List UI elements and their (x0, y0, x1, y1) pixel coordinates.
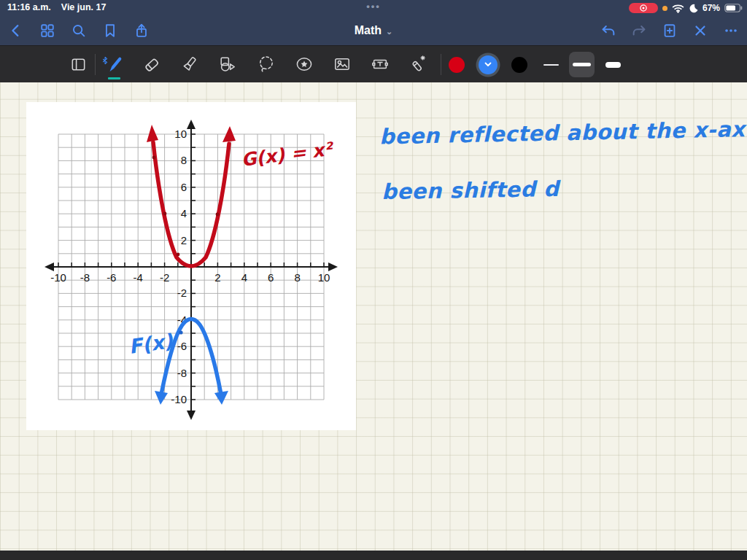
shapes-icon (218, 55, 237, 74)
graph-axes (44, 120, 338, 420)
status-bar: 11:16 a.m. Vie jun. 17 ••• (0, 0, 747, 16)
color-swatch-black[interactable] (511, 57, 527, 73)
color-swatch-red[interactable] (449, 57, 465, 73)
location-dot-icon (662, 6, 667, 11)
svg-text:-2: -2 (160, 271, 169, 284)
page-panel-icon (69, 55, 88, 74)
lasso-tool-button[interactable] (257, 55, 276, 74)
pen-bluetooth-icon (102, 56, 108, 65)
svg-text:-6: -6 (107, 271, 116, 284)
do-not-disturb-moon-icon (689, 4, 698, 13)
more-button[interactable] (722, 22, 740, 39)
wifi-icon (672, 4, 684, 13)
curve-G-left-arrow (147, 125, 158, 142)
svg-text:4: 4 (241, 271, 247, 284)
svg-text:-2: -2 (177, 287, 187, 299)
page-panel-button[interactable] (69, 55, 88, 74)
laser-pointer-icon (409, 55, 427, 74)
undo-icon (600, 23, 616, 39)
lasso-icon (257, 55, 276, 74)
eraser-icon (142, 55, 161, 74)
svg-text:-4: -4 (133, 271, 143, 284)
curve-F-right-arrow (214, 391, 228, 405)
redo-button[interactable] (630, 22, 648, 39)
svg-text:10: 10 (174, 128, 187, 140)
app-screen: 11:16 a.m. Vie jun. 17 ••• (0, 0, 747, 560)
stroke-size-medium[interactable] (573, 63, 591, 66)
eraser-tool-button[interactable] (142, 55, 161, 74)
close-button[interactable] (692, 22, 709, 39)
redo-icon (631, 23, 647, 39)
battery-icon (724, 4, 743, 12)
svg-text:4: 4 (181, 207, 187, 219)
pasted-graph-image[interactable]: -10-8-6-4-2246810-10-8-6-4-2246810 G(x) … (26, 102, 356, 430)
pen-selected-underline (108, 77, 120, 79)
screen-recording-indicator[interactable] (629, 3, 658, 13)
toolbar-divider (441, 54, 441, 75)
note-canvas[interactable]: -10-8-6-4-2246810-10-8-6-4-2246810 G(x) … (0, 82, 747, 551)
stroke-size-thick[interactable] (605, 62, 621, 68)
svg-text:-8: -8 (177, 367, 187, 379)
toolbar (0, 45, 747, 82)
sticker-star-icon (295, 55, 314, 74)
image-icon (333, 55, 352, 74)
svg-text:8: 8 (294, 271, 300, 284)
stroke-size-thin[interactable] (543, 64, 559, 66)
page-title: Math (355, 24, 382, 37)
nav-bar: Math ⌄ (0, 16, 747, 45)
parabola-graph: -10-8-6-4-2246810-10-8-6-4-2246810 G(x) … (26, 102, 356, 430)
highlighter-icon (180, 55, 199, 74)
svg-text:-10: -10 (171, 393, 187, 405)
undo-button[interactable] (600, 22, 617, 39)
text-box-icon (371, 55, 390, 74)
svg-text:2: 2 (214, 271, 220, 284)
add-page-icon (662, 23, 678, 39)
toolbar-divider (95, 54, 96, 75)
close-icon (692, 23, 708, 39)
handwritten-note-line-1: been reflected about the x-axis (379, 116, 747, 149)
curve-F-label: F(x) (128, 330, 175, 358)
chevron-down-icon (484, 62, 492, 67)
text-tool-button[interactable] (371, 55, 390, 74)
ellipsis-icon (723, 23, 739, 39)
curve-F-left-arrow (155, 391, 168, 405)
svg-text:10: 10 (318, 271, 330, 284)
svg-text:-8: -8 (80, 271, 90, 284)
record-icon (639, 4, 648, 12)
battery-percent: 67% (703, 3, 720, 13)
color-swatch-blue-selected[interactable] (479, 55, 498, 74)
bottom-bar (0, 551, 747, 560)
add-page-button[interactable] (661, 22, 678, 39)
curve-G-label: G(x) = x² (240, 139, 336, 171)
highlighter-tool-button[interactable] (180, 55, 199, 74)
elements-tool-button[interactable] (295, 55, 314, 74)
laser-pointer-tool-button[interactable] (409, 55, 427, 74)
svg-text:8: 8 (181, 154, 187, 166)
chevron-down-icon: ⌄ (386, 27, 392, 36)
svg-text:2: 2 (181, 234, 187, 246)
image-tool-button[interactable] (333, 55, 352, 74)
svg-text:6: 6 (268, 271, 274, 284)
svg-text:-10: -10 (50, 271, 66, 284)
shapes-tool-button[interactable] (218, 55, 237, 74)
svg-text:6: 6 (181, 181, 187, 193)
handwritten-note-line-2: been shifted d (382, 176, 560, 204)
svg-text:-6: -6 (177, 340, 187, 352)
